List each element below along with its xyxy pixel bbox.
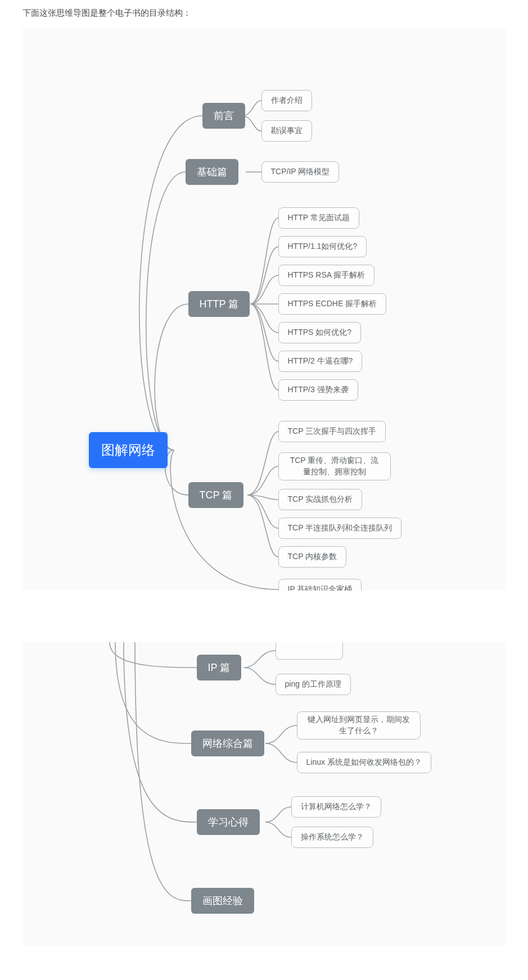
section-study: 学习心得 [197, 809, 260, 835]
root-node: 图解网络 [89, 432, 168, 468]
leaf-http-5: HTTP/2 牛逼在哪? [278, 351, 363, 372]
leaf-http-6: HTTP/3 强势来袭 [278, 379, 358, 401]
leaf-http-4: HTTPS 如何优化? [278, 322, 362, 343]
leaf-http-1: HTTP/1.1如何优化? [278, 236, 367, 257]
leaf-http-2: HTTPS RSA 握手解析 [278, 265, 375, 286]
leaf-http-0: HTTP 常见面试题 [278, 207, 359, 229]
leaf-study-0: 计算机网络怎么学？ [291, 796, 381, 818]
section-integ: 网络综合篇 [191, 731, 264, 756]
leaf-tcp-1: TCP 重传、滑动窗口、流量控制、拥塞控制 [278, 452, 391, 480]
section-preface: 前言 [202, 103, 245, 129]
leaf-basic-0: TCP/IP 网络模型 [261, 161, 340, 183]
intro-text: 下面这张思维导图是整个电子书的目录结构： [0, 0, 528, 29]
leaf-ip-0-preview: IP 基础知识全家桶 [278, 579, 362, 591]
leaf-ip-0-tail [276, 642, 343, 660]
leaf-tcp-2: TCP 实战抓包分析 [278, 489, 363, 510]
section-draw: 画图经验 [191, 888, 254, 914]
section-basic: 基础篇 [186, 159, 238, 185]
section-ip: IP 篇 [197, 655, 242, 680]
section-tcp: TCP 篇 [188, 482, 244, 508]
section-http: HTTP 篇 [188, 291, 250, 317]
leaf-tcp-4: TCP 内核参数 [278, 546, 347, 568]
mindmap-panel-2: IP 篇 ping 的工作原理 网络综合篇 键入网址到网页显示，期间发生了什么？… [22, 642, 506, 946]
leaf-preface-0: 作者介绍 [261, 90, 312, 111]
leaf-http-3: HTTPS ECDHE 握手解析 [278, 293, 387, 315]
leaf-integ-0: 键入网址到网页显示，期间发生了什么？ [297, 711, 421, 739]
leaf-tcp-0: TCP 三次握手与四次挥手 [278, 421, 386, 442]
leaf-ip-1: ping 的工作原理 [276, 674, 351, 695]
leaf-study-1: 操作系统怎么学？ [291, 827, 373, 848]
leaf-integ-1: Linux 系统是如何收发网络包的？ [297, 752, 431, 773]
mindmap-panel-1: 图解网络 前言 作者介绍 勘误事宜 基础篇 TCP/IP 网络模型 HTTP 篇… [22, 29, 506, 591]
leaf-preface-1: 勘误事宜 [261, 120, 312, 142]
leaf-tcp-3: TCP 半连接队列和全连接队列 [278, 518, 402, 539]
